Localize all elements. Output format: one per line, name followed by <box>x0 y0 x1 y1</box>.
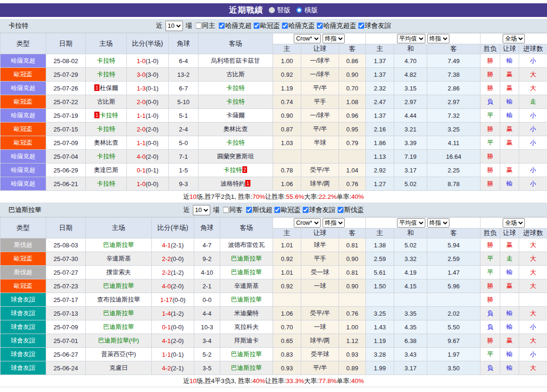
handicap-home-odds: 0.87 <box>273 122 301 136</box>
result-win-draw-lose: 勝 <box>481 82 500 95</box>
league-checkbox[interactable] <box>219 23 225 29</box>
vertical-layout-option[interactable]: 豎版 <box>269 6 290 15</box>
match-score: 1-0(1-0) <box>127 54 169 68</box>
match-score: 2-2(0-0) <box>152 252 194 266</box>
avg-away-odds: 16.64 <box>427 150 481 163</box>
league-filter[interactable]: 哈薩克超盃 <box>317 22 356 30</box>
horizontal-radio-icon[interactable] <box>296 7 302 13</box>
avg-source-select[interactable]: 平均值 <box>397 34 425 43</box>
avg-home-odds: 1.99 <box>366 361 394 375</box>
odds-source-select[interactable]: Crow* <box>294 218 321 228</box>
result-handicap: 輸 <box>500 54 519 68</box>
match-date: 25-07-13 <box>46 307 86 320</box>
team-label: 波格特約 <box>220 180 245 187</box>
league-filter[interactable]: 歐冠盃 <box>254 22 280 30</box>
sub-column-header: 客 <box>339 229 366 238</box>
odds-stage-select[interactable]: 终指 <box>323 218 345 228</box>
match-date: 25-06-27 <box>46 348 86 361</box>
avg-home-odds: 2.47 <box>366 95 394 109</box>
match-row: 哈薩克超25-06-29奧達巴斯0-1(0-1)1-5卡拉特20.78受平/半1… <box>0 163 547 177</box>
odds-stage-select[interactable]: 终指 <box>323 34 345 43</box>
handicap-line: 球半 <box>301 238 339 252</box>
match-score: 4-1(2-0) <box>152 334 194 348</box>
same-venue-checkbox[interactable] <box>223 207 229 213</box>
result-goals: 小 <box>519 163 547 177</box>
home-team: 卡拉特 <box>86 177 127 191</box>
league-checkbox[interactable] <box>282 23 288 29</box>
corner-count: 0-0 <box>194 293 220 307</box>
avg-home-odds: 1.43 <box>366 320 394 334</box>
horizontal-layout-option[interactable]: 橫版 <box>296 6 318 15</box>
avg-source-select[interactable]: 平均值 <box>397 218 425 228</box>
odds-source-select[interactable]: Crow* <box>294 34 321 43</box>
avg-away-odds: 1.97 <box>427 348 481 361</box>
fulltime-score: 4-0 <box>137 153 146 160</box>
league-filter[interactable]: 歐冠盃 <box>274 206 301 214</box>
same-venue-checkbox[interactable] <box>196 23 202 29</box>
column-group-controls: Crow*终指 <box>273 33 366 44</box>
handicap-away-odds: 0.81 <box>339 266 366 279</box>
fulltime-score: 1-1 <box>162 351 171 358</box>
column-group-controls: 平均值终指 <box>366 218 481 229</box>
same-venue-label: 同客 <box>230 206 243 214</box>
avg-away-odds: 9.67 <box>427 334 481 348</box>
avg-stage-select[interactable]: 终指 <box>427 218 449 228</box>
vertical-radio-icon[interactable] <box>269 7 275 13</box>
match-competition: 哈薩克超 <box>0 82 46 95</box>
sub-column-header: 客 <box>427 229 481 238</box>
match-competition: 球會友誼 <box>0 307 46 320</box>
team-label: 卡拉特 <box>224 166 242 173</box>
match-count-select[interactable]: 10 <box>193 205 210 215</box>
handicap-home-odds: 0.92 <box>273 279 301 293</box>
match-date: 25-07-19 <box>46 109 86 122</box>
league-filter[interactable]: 球會友誼 <box>303 206 336 214</box>
handicap-home-odds: 0.70 <box>273 320 301 334</box>
league-checkbox[interactable] <box>358 23 365 29</box>
league-label: 歐冠盃 <box>281 206 301 214</box>
match-competition: 球會友誼 <box>0 293 46 307</box>
section-filter-bar: 巴迪斯拉華 近 10 場 同客 斯伐超歐冠盃球會友誼斯伐盃 <box>0 203 547 217</box>
avg-draw-odds: 5.02 <box>394 238 427 252</box>
league-checkbox[interactable] <box>317 23 323 29</box>
league-filter[interactable]: 哈薩克超 <box>219 22 252 30</box>
home-team: 卡拉特 <box>86 68 127 82</box>
result-win-draw-lose: 平 <box>481 109 500 122</box>
matches-table: 类型日期主场比分(半场)角球客场Crow*终指平均值终指全场主让球客主和客胜负让… <box>0 33 547 191</box>
scope-select[interactable]: 全场 <box>503 218 525 228</box>
league-checkbox[interactable] <box>254 23 260 29</box>
league-filter[interactable]: 球會友誼 <box>358 22 391 30</box>
league-filter[interactable]: 斯伐超 <box>246 206 273 214</box>
page-title: 近期戰績 <box>229 5 263 16</box>
team-label: 卡薩爾 <box>226 112 245 119</box>
avg-stage-select[interactable]: 终指 <box>427 34 449 43</box>
sub-column-header: 主 <box>366 44 394 54</box>
sub-column-header: 进球数 <box>519 44 547 54</box>
summary-text: 40% <box>351 193 364 200</box>
match-score: 4-0(2-0) <box>152 279 194 293</box>
halftime-score: (3-0) <box>146 71 158 78</box>
match-date: 25-07-30 <box>46 252 86 266</box>
match-count-select[interactable]: 10 <box>166 21 183 31</box>
league-checkbox[interactable] <box>274 207 281 213</box>
league-checkbox[interactable] <box>246 207 252 213</box>
handicap-home-odds: 1.19 <box>273 82 301 95</box>
result-handicap: 輸 <box>500 109 519 122</box>
filter-controls: 近 10 場 同客 斯伐超歐冠盃球會友誼斯伐盃 <box>183 205 364 215</box>
summary-text: 让胜率: <box>265 377 286 385</box>
result-handicap <box>500 293 519 307</box>
result-handicap: 赢 <box>500 279 519 293</box>
handicap-away-odds: 0.76 <box>339 177 366 191</box>
same-venue-filter[interactable]: 同主 <box>196 22 215 30</box>
same-venue-filter[interactable]: 同客 <box>223 206 243 214</box>
scope-select[interactable]: 全场 <box>503 34 525 43</box>
match-score: 3-0(3-0) <box>127 68 169 82</box>
match-competition: 球會友誼 <box>0 361 46 375</box>
league-checkbox[interactable] <box>303 207 309 213</box>
sub-column-header: 主 <box>366 229 394 238</box>
league-filter[interactable]: 哈薩克盃 <box>282 22 315 30</box>
league-checkbox[interactable] <box>338 207 344 213</box>
league-filter[interactable]: 斯伐盃 <box>338 206 364 214</box>
red-card-count: 1 <box>94 112 99 118</box>
avg-away-odds: 2.59 <box>427 252 481 266</box>
team-label: 巴迪斯拉華 <box>231 296 262 303</box>
